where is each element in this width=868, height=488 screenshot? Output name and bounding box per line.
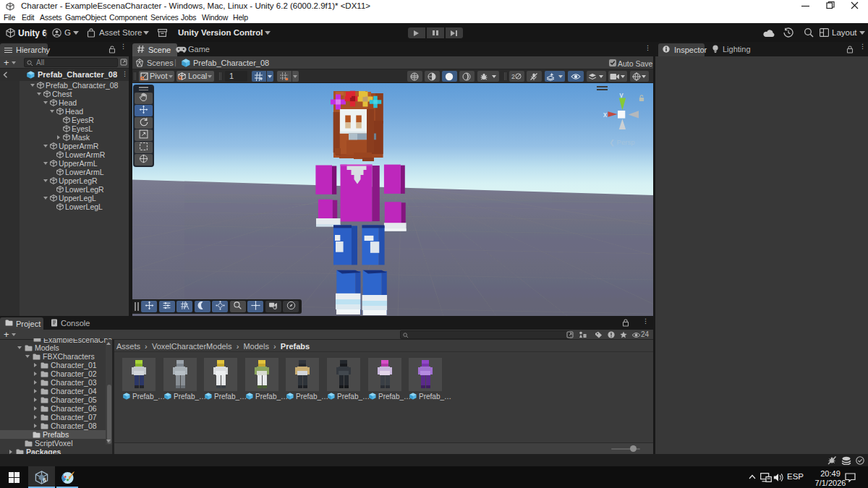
- svg-text:6: 6: [43, 476, 46, 484]
- svg-text:2: 2: [511, 73, 515, 80]
- svg-text:y: y: [620, 91, 624, 99]
- svg-text:x: x: [603, 111, 607, 119]
